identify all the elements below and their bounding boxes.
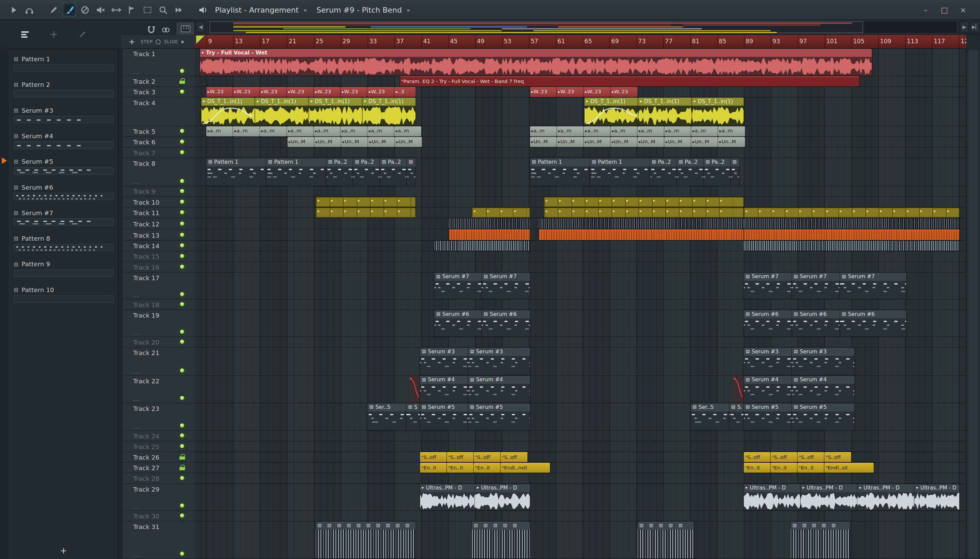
audio-clip[interactable]: ▸a..m	[584, 126, 611, 136]
zoom-window-icon[interactable]	[140, 2, 154, 17]
playlist-grid[interactable]: ▸Try - Full Vocal - Wet°Param. EQ 2 - Tr…	[195, 49, 967, 559]
add-pattern-button[interactable]: +	[9, 546, 118, 555]
audio-clip[interactable]: ▸Un..M	[368, 137, 395, 147]
pattern-clip[interactable]: ▤Serum #7	[434, 273, 482, 299]
pattern-clip[interactable]: ▤Pa..2	[380, 158, 407, 186]
automation-clip[interactable]: °En..it	[798, 463, 825, 473]
track-collapse-dots[interactable]: ...	[133, 179, 140, 185]
track-header[interactable]: Track 23...	[122, 404, 195, 431]
midi-clip[interactable]: ▸▸▸▸▸▸▸▸▸▸▸▸▸▸▸▸	[744, 208, 960, 218]
midi-clip[interactable]: ▸▸▸▸▸▸▸▸▸▸▸▸▸▸	[544, 208, 744, 218]
track-mute-led[interactable]	[180, 243, 185, 248]
pattern-clip[interactable]: ▤Pa..2	[650, 158, 677, 186]
audio-clip[interactable]: ▸DS_T_1..in(1)	[584, 98, 638, 126]
track-header[interactable]: Track 8...	[122, 158, 195, 187]
scroll-left-icon[interactable]: ◀	[196, 22, 205, 32]
audio-clip[interactable]: ▸a..m	[287, 126, 314, 136]
track-mute-led[interactable]	[180, 444, 185, 448]
audio-clip[interactable]: ▸W..23	[206, 87, 233, 97]
track-mute-led[interactable]	[180, 140, 185, 144]
snap-magnet-icon[interactable]	[147, 25, 156, 35]
pencil-dim-icon[interactable]	[78, 29, 87, 39]
scroll-right-icon[interactable]: ▶	[960, 22, 969, 32]
audio-clip[interactable]: ▸DS_T_1..in(1)	[201, 98, 255, 126]
pattern-clip[interactable]: ▤Serum #7	[482, 273, 530, 299]
track-header[interactable]: Track 31...	[122, 521, 195, 559]
track-mute-led[interactable]	[180, 89, 185, 94]
pattern-item[interactable]: ▤Serum #5	[9, 155, 118, 181]
pattern-item[interactable]: ▤Pattern 2	[9, 79, 118, 104]
automation-clip[interactable]: °S..off	[798, 452, 825, 462]
audio-clip[interactable]: ▸DS_T_1..in(1)	[638, 98, 692, 126]
audio-clip[interactable]: ▸DS_T_1..in(1)	[309, 98, 362, 126]
pattern-clip[interactable]: ▤Pattern 1	[530, 158, 590, 186]
audio-clip[interactable]: ▸Un..M	[637, 137, 664, 147]
track-mute-led[interactable]	[180, 265, 185, 269]
overview-strip[interactable]	[208, 21, 957, 34]
pattern-clip[interactable]: ▤Pattern 1	[266, 158, 326, 186]
track-header[interactable]: Track 26	[122, 452, 195, 463]
audio-clip[interactable]: ▸a..m	[233, 126, 260, 136]
playhead-marker[interactable]	[196, 36, 205, 44]
audio-clip[interactable]: ▸a..m	[610, 126, 637, 136]
pattern-clip[interactable]: ▤Serum #3	[468, 347, 530, 375]
track-header[interactable]: Track 22...	[122, 376, 195, 404]
audio-clip[interactable]: ▸a..m	[557, 126, 584, 136]
pattern-clip[interactable]: ▤▤▤▤▤	[472, 521, 530, 558]
pattern-clip[interactable]: ▤Serum #5	[792, 404, 855, 430]
audio-clip[interactable]: ▸W..23	[287, 87, 314, 97]
audio-clip[interactable]: ▸Un..M	[314, 137, 341, 147]
pattern-clip[interactable]	[449, 230, 530, 240]
audio-clip[interactable]: ▸Ultras..PM - D	[914, 484, 959, 510]
track-header[interactable]: Track 19...	[122, 310, 195, 337]
track-mute-led[interactable]	[180, 513, 185, 518]
audio-clip[interactable]: ▸Un..M	[718, 137, 745, 147]
automation-clip[interactable]: °S..off	[420, 452, 447, 462]
pattern-clip[interactable]: ▤Serum #7	[792, 273, 840, 299]
audio-clip[interactable]: ▸Un..M	[584, 137, 611, 147]
track-collapse-dots[interactable]: ...	[133, 369, 140, 375]
audio-clip[interactable]: ▸Un..M	[557, 137, 584, 147]
pattern-clip[interactable]: ▤Ser..5	[691, 404, 729, 430]
audio-clip[interactable]: ▸a..m	[368, 126, 394, 136]
audio-clip[interactable]: ▸a..m	[691, 126, 718, 136]
pattern-item[interactable]: ▤Serum #4	[9, 130, 118, 155]
scroll-end-icon[interactable]: ▶▏	[971, 22, 980, 32]
minimize-button[interactable]: –	[921, 5, 930, 14]
pattern-item[interactable]: ▤Serum #3	[9, 104, 118, 130]
audio-clip[interactable]: ▸W..23	[530, 87, 557, 97]
monitor-speaker-icon[interactable]	[196, 2, 210, 17]
audio-clip[interactable]: ▸a..m	[314, 126, 341, 136]
automation-clip[interactable]: °S..off	[744, 452, 771, 462]
pencil-tool-icon[interactable]	[46, 2, 61, 17]
pattern-clip[interactable]	[539, 218, 744, 229]
audio-clip[interactable]: ▸Un..M	[530, 137, 557, 147]
add-track-button[interactable]: +	[129, 38, 137, 45]
track-collapse-dots[interactable]: ...	[133, 330, 140, 336]
automation-clip[interactable]: °Endl..nsit	[500, 463, 550, 473]
add-dim-icon[interactable]	[49, 29, 59, 39]
audio-clip[interactable]: ▸Try - Full Vocal - Wet	[200, 49, 872, 76]
track-mute-led[interactable]	[180, 423, 185, 428]
preview-tool-icon[interactable]	[171, 2, 185, 17]
pattern-clip[interactable]	[744, 218, 960, 229]
scrollbar-handle[interactable]	[969, 50, 978, 557]
automation-clip[interactable]: °En..it	[474, 463, 500, 473]
audio-clip[interactable]: ▸W..23	[341, 87, 368, 97]
pattern-clip[interactable]	[449, 218, 530, 229]
pattern-clip[interactable]: ▤Serum #5	[468, 404, 530, 430]
track-header[interactable]: Track 12	[122, 218, 195, 230]
audio-clip[interactable]: ▸DS_T_1..in(1)	[692, 98, 744, 126]
audio-clip[interactable]: ▸Un..M	[610, 137, 637, 147]
track-header[interactable]: Track 17...	[122, 273, 195, 299]
audio-clip[interactable]: ▸Ultras..PM - D	[801, 484, 858, 510]
slide-tool-icon[interactable]	[109, 2, 123, 17]
audio-clip[interactable]: ▸Un..M	[664, 137, 691, 147]
pattern-clip[interactable]: ▤Serum #7	[840, 273, 906, 299]
track-collapse-dots[interactable]: ...	[133, 69, 140, 75]
track-collapse-dots[interactable]: ...	[133, 552, 140, 558]
pattern-clip[interactable]: ▤Pattern 1	[590, 158, 650, 186]
automation-clip[interactable]: °S..off	[474, 452, 500, 462]
track-mute-led[interactable]	[180, 476, 185, 480]
pattern-clip[interactable]: ▤Serum #6	[434, 310, 482, 336]
